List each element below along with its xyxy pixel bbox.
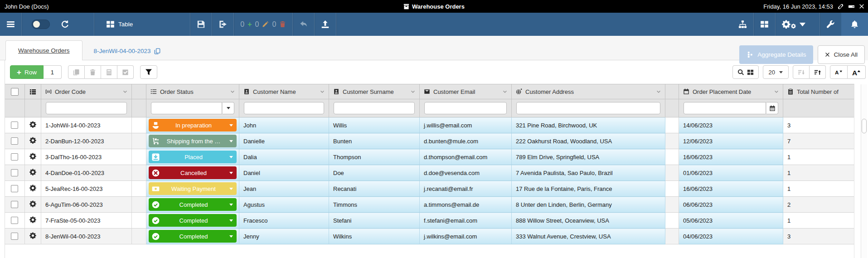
- cell-total[interactable]: 2: [783, 197, 854, 213]
- cell-order-code[interactable]: 2-DanBun-12-00-2023: [41, 133, 132, 149]
- column-header-order-date[interactable]: Order Placement Date: [679, 84, 783, 99]
- cell-order-status[interactable]: In preparation: [146, 117, 239, 133]
- cell-customer-address[interactable]: 222 Oakhurst Road, Woodland, USA: [512, 133, 665, 149]
- cell-order-status[interactable]: Waiting Payment: [146, 181, 239, 197]
- open-document-link[interactable]: 8-JenWil-04-00-2023: [94, 48, 160, 54]
- gear-icon[interactable]: [29, 200, 36, 207]
- close-icon[interactable]: [859, 4, 864, 9]
- row-checkbox[interactable]: [11, 217, 18, 224]
- cell-order-status[interactable]: Placed: [146, 149, 239, 165]
- close-all-button[interactable]: Close All: [818, 45, 865, 64]
- page-size-select[interactable]: 20: [763, 65, 789, 79]
- row-settings-cell[interactable]: [25, 133, 41, 149]
- select-all-header[interactable]: [5, 84, 25, 99]
- cell-customer-address[interactable]: 789 Elm Drive, Springfield, USA: [512, 149, 665, 165]
- gear-icon[interactable]: [29, 216, 36, 223]
- row-settings-cell[interactable]: [25, 165, 41, 181]
- chevron-down-icon[interactable]: [502, 89, 508, 94]
- refresh-button[interactable]: [54, 13, 76, 36]
- row-select-cell[interactable]: [5, 229, 25, 244]
- order-status-badge[interactable]: Placed: [149, 151, 237, 163]
- add-row-button[interactable]: + Row: [10, 65, 44, 79]
- grid-view-button[interactable]: [754, 13, 775, 36]
- column-header-customer-email[interactable]: Customer Email: [420, 84, 512, 99]
- row-settings-cell[interactable]: [25, 197, 41, 213]
- cell-customer-surname[interactable]: Stefani: [329, 213, 420, 229]
- cell-order-date[interactable]: 05/06/2023: [679, 213, 783, 229]
- row-settings-cell[interactable]: [25, 213, 41, 229]
- row-checkbox[interactable]: [11, 201, 18, 208]
- chevron-down-icon[interactable]: [230, 89, 235, 94]
- chevron-down-icon[interactable]: [410, 89, 416, 94]
- select-all-button[interactable]: [117, 65, 134, 79]
- row-count-input[interactable]: 1: [44, 65, 62, 79]
- cell-customer-name[interactable]: Jenny: [239, 229, 329, 244]
- order-status-badge[interactable]: Completed: [149, 214, 237, 227]
- cell-customer-name[interactable]: John: [239, 117, 329, 133]
- cell-order-code[interactable]: 6-AguTim-06-00-2023: [41, 197, 132, 213]
- row-checkbox[interactable]: [11, 137, 18, 145]
- cell-customer-email[interactable]: j.willis@email.com: [420, 117, 512, 133]
- column-header-customer-name[interactable]: Customer Name: [239, 84, 329, 99]
- row-select-cell[interactable]: [5, 149, 25, 165]
- vertical-scrollbar[interactable]: [861, 84, 867, 258]
- cell-total[interactable]: 7: [783, 133, 854, 149]
- date-filter-calendar-button[interactable]: [766, 102, 778, 114]
- gear-icon[interactable]: [29, 121, 36, 128]
- cell-order-date[interactable]: 01/06/2023: [679, 165, 783, 181]
- save-button[interactable]: [190, 13, 212, 36]
- cell-order-status[interactable]: Cancelled: [146, 165, 239, 181]
- row-select-cell[interactable]: [5, 181, 25, 197]
- cell-customer-email[interactable]: j.wilkins@email.com: [420, 229, 512, 244]
- gear-icon[interactable]: [29, 185, 36, 191]
- order-status-badge[interactable]: Completed: [149, 198, 237, 211]
- row-checkbox[interactable]: [11, 122, 18, 129]
- cell-total[interactable]: 1: [783, 165, 854, 181]
- filter-customer-name-input[interactable]: [244, 102, 324, 114]
- filter-order-date-input[interactable]: [684, 102, 766, 114]
- chevron-down-icon[interactable]: [122, 89, 128, 94]
- row-checkbox[interactable]: [11, 169, 18, 176]
- sort-ascending-button[interactable]: [810, 65, 826, 79]
- duplicate-row-button[interactable]: [68, 65, 85, 79]
- row-checkbox[interactable]: [11, 233, 18, 240]
- menu-button[interactable]: [0, 13, 21, 36]
- export-button[interactable]: [212, 13, 233, 36]
- gear-icon[interactable]: [29, 137, 36, 144]
- gear-icon[interactable]: [29, 153, 36, 160]
- cell-order-date[interactable]: 14/06/2023: [679, 117, 783, 133]
- cell-customer-name[interactable]: Daniel: [239, 165, 329, 181]
- cell-customer-address[interactable]: 321 Pine Road, Birchwood, UK: [512, 117, 665, 133]
- filter-customer-address-input[interactable]: [516, 102, 660, 114]
- cell-order-code[interactable]: 3-DalTho-16-00-2023: [41, 149, 132, 165]
- row-settings-cell[interactable]: [25, 149, 41, 165]
- cell-order-code[interactable]: 4-DanDoe-01-00-2023: [41, 165, 132, 181]
- order-status-badge[interactable]: Shipping from the …: [149, 135, 237, 147]
- cell-order-code[interactable]: 7-FraSte-05-00-2023: [41, 213, 132, 229]
- notifications-button[interactable]: [841, 13, 868, 36]
- row-settings-cell[interactable]: [25, 229, 41, 244]
- column-header-total[interactable]: Total Number of: [783, 84, 854, 99]
- column-header-order-code[interactable]: Order Code: [41, 84, 132, 99]
- chevron-down-icon[interactable]: [656, 89, 661, 94]
- cell-customer-surname[interactable]: Recanati: [329, 181, 420, 197]
- row-menu-header[interactable]: [25, 84, 41, 99]
- scrollbar-thumb[interactable]: [862, 119, 867, 133]
- cell-customer-email[interactable]: f.stefani@email.com: [420, 213, 512, 229]
- cell-customer-email[interactable]: d.thompson@email.com: [420, 149, 512, 165]
- drive-icon[interactable]: [848, 3, 855, 10]
- cell-order-date[interactable]: 04/06/2023: [679, 229, 783, 244]
- gear-icon[interactable]: [29, 169, 36, 175]
- filter-customer-surname-input[interactable]: [334, 102, 415, 114]
- cell-order-date[interactable]: 16/06/2023: [679, 181, 783, 197]
- toggle-switch[interactable]: [32, 19, 50, 29]
- sort-descending-button[interactable]: [793, 65, 810, 79]
- order-status-badge[interactable]: Completed: [149, 230, 237, 243]
- cell-order-date[interactable]: 12/06/2023: [679, 133, 783, 149]
- font-decrease-button[interactable]: A: [830, 65, 848, 79]
- header-checkbox[interactable]: [11, 88, 19, 96]
- table-view-button[interactable]: Table: [94, 13, 145, 36]
- cell-order-code[interactable]: 8-JenWil-04-00-2023: [41, 229, 132, 244]
- filter-order-code-input[interactable]: [46, 102, 127, 114]
- cell-customer-surname[interactable]: Doe: [329, 165, 420, 181]
